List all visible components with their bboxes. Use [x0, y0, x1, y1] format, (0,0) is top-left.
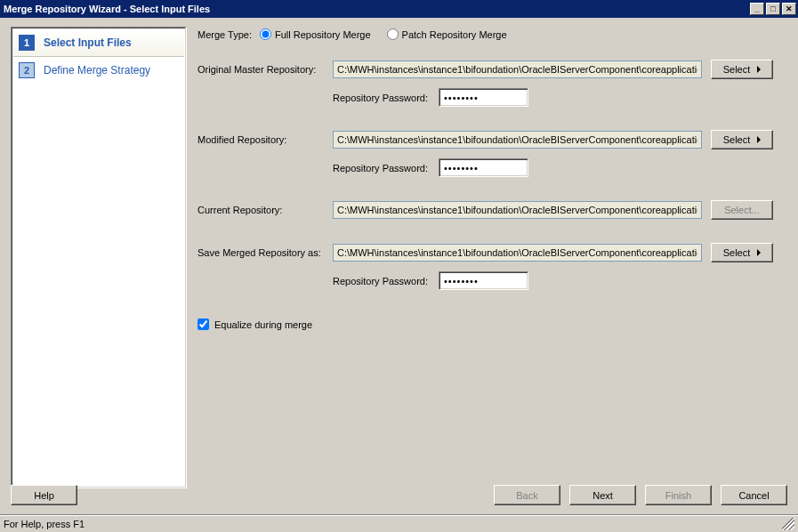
- current-select-button: Select...: [711, 200, 773, 220]
- current-repo-label: Current Repository:: [197, 205, 333, 215]
- original-repo-path[interactable]: [333, 60, 702, 78]
- minimize-button[interactable]: _: [750, 3, 764, 15]
- radio-patch-merge-input[interactable]: [387, 28, 399, 40]
- save-select-button[interactable]: Select: [711, 243, 773, 262]
- step-number: 1: [19, 35, 35, 51]
- wizard-footer: Help Back Next Finish Cancel: [11, 485, 787, 505]
- original-repo-row: Original Master Repository: Select: [197, 60, 787, 79]
- save-repo-label: Save Merged Repository as:: [197, 247, 333, 258]
- original-pwd-label: Repository Password:: [333, 93, 439, 103]
- save-pwd-input[interactable]: [439, 271, 528, 290]
- radio-full-merge[interactable]: Full Repository Merge: [260, 28, 371, 40]
- modified-repo-path[interactable]: [333, 131, 702, 149]
- save-repo-path[interactable]: [333, 244, 702, 262]
- resize-grip-icon[interactable]: [782, 518, 794, 530]
- equalize-row: Equalize during merge: [197, 318, 787, 330]
- chevron-right-icon: [757, 136, 761, 143]
- modified-repo-label: Modified Repository:: [197, 134, 333, 145]
- radio-full-merge-label: Full Repository Merge: [275, 29, 371, 40]
- modified-repo-row: Modified Repository: Select: [197, 130, 787, 149]
- merge-type-row: Merge Type: Full Repository Merge Patch …: [197, 28, 787, 40]
- wizard-steps-sidebar: 1 Select Input Files 2 Define Merge Stra…: [11, 27, 187, 488]
- original-select-button[interactable]: Select: [711, 60, 773, 79]
- merge-type-radio-group: Full Repository Merge Patch Repository M…: [260, 28, 507, 40]
- select-button-label: Select...: [724, 205, 760, 215]
- modified-select-button[interactable]: Select: [711, 130, 773, 149]
- step-label: Define Merge Strategy: [44, 64, 150, 77]
- modified-pwd-input[interactable]: [439, 158, 528, 177]
- maximize-button[interactable]: □: [766, 3, 780, 15]
- window-controls: _ □ ✕: [748, 3, 796, 15]
- merge-type-label: Merge Type:: [197, 29, 260, 40]
- step-label: Select Input Files: [44, 36, 132, 49]
- original-repo-label: Original Master Repository:: [197, 64, 333, 75]
- window-title: Merge Repository Wizard - Select Input F…: [4, 4, 748, 14]
- step-select-input-files[interactable]: 1 Select Input Files: [13, 29, 184, 57]
- original-pwd-row: Repository Password:: [197, 88, 787, 107]
- modified-pwd-label: Repository Password:: [333, 163, 439, 173]
- step-define-merge-strategy[interactable]: 2 Define Merge Strategy: [13, 57, 184, 84]
- select-button-label: Select: [723, 134, 751, 145]
- step-number: 2: [19, 62, 35, 78]
- save-repo-row: Save Merged Repository as: Select: [197, 243, 787, 262]
- current-repo-row: Current Repository: Select...: [197, 200, 787, 220]
- main-panel: Merge Type: Full Repository Merge Patch …: [197, 27, 787, 488]
- current-repo-path[interactable]: [333, 201, 702, 219]
- select-button-label: Select: [723, 64, 751, 75]
- chevron-right-icon: [757, 66, 761, 73]
- radio-full-merge-input[interactable]: [260, 28, 271, 40]
- status-text: For Help, press F1: [4, 519, 782, 529]
- help-button[interactable]: Help: [11, 485, 77, 505]
- modified-pwd-row: Repository Password:: [197, 158, 787, 177]
- cancel-button[interactable]: Cancel: [721, 485, 787, 505]
- original-pwd-input[interactable]: [439, 88, 528, 107]
- back-button: Back: [494, 485, 560, 505]
- save-pwd-label: Repository Password:: [333, 276, 439, 286]
- next-button[interactable]: Next: [569, 485, 636, 505]
- chevron-right-icon: [757, 249, 761, 256]
- content-area: 1 Select Input Files 2 Define Merge Stra…: [0, 18, 798, 488]
- close-button[interactable]: ✕: [782, 3, 796, 15]
- select-button-label: Select: [723, 247, 751, 258]
- radio-patch-merge-label: Patch Repository Merge: [402, 29, 507, 40]
- equalize-label: Equalize during merge: [214, 319, 312, 330]
- radio-patch-merge[interactable]: Patch Repository Merge: [387, 28, 507, 40]
- equalize-checkbox[interactable]: [197, 318, 209, 330]
- save-pwd-row: Repository Password:: [197, 271, 787, 290]
- statusbar: For Help, press F1: [0, 514, 798, 532]
- finish-button: Finish: [645, 485, 712, 505]
- titlebar: Merge Repository Wizard - Select Input F…: [0, 0, 798, 18]
